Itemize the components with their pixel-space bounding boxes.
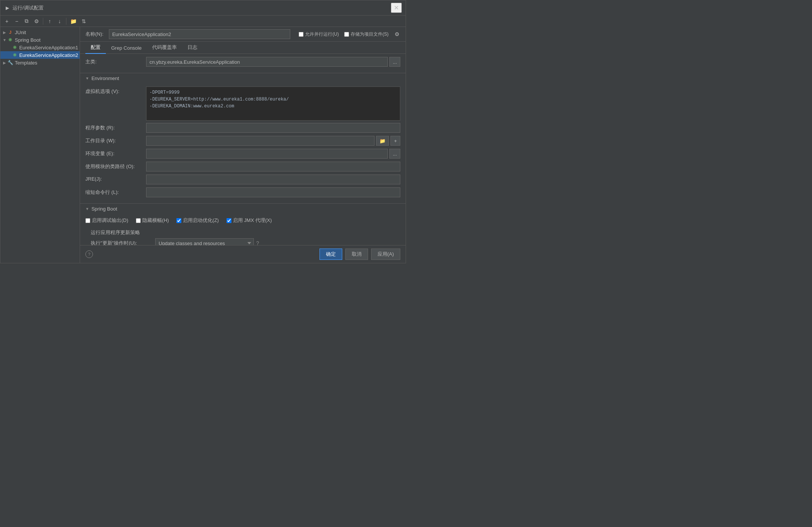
main-class-browse-button[interactable]: ... <box>389 57 400 67</box>
ok-button[interactable]: 确定 <box>319 249 342 260</box>
working-dir-browse-button[interactable]: 📁 <box>376 136 389 146</box>
eureka1-label: EurekaServiceApplication1 <box>19 45 78 50</box>
app-icon: ▶ <box>4 5 10 11</box>
environment-section-header[interactable]: ▼ Environment <box>80 73 406 83</box>
on-update-help-icon[interactable]: ? <box>256 240 259 245</box>
enable-jmx-checkbox-label[interactable]: 启用 JMX 代理(X) <box>227 217 272 224</box>
hide-banner-label: 隐藏横幅(H) <box>142 217 169 224</box>
tab-grep[interactable]: Grep Console <box>106 43 147 54</box>
working-dir-input[interactable] <box>146 136 375 146</box>
spring-boot-section-body: 启用调试输出(D) 隐藏横幅(H) 启用启动优化(Z) 启用 JMX <box>80 214 406 245</box>
working-dir-label: 工作目录 (W): <box>85 136 146 144</box>
dialog-title: 运行/调试配置 <box>13 5 391 11</box>
tabs-bar: 配置 Grep Console 代码覆盖率 日志 <box>80 42 406 54</box>
main-class-row: 主类: ... <box>85 57 400 68</box>
jvm-options-code: -DPORT=9999 -DEUREKA_SERVER=http://www.e… <box>146 87 400 121</box>
tree-item-junit[interactable]: ▶ J JUnit <box>0 28 80 36</box>
spring-icon-eureka2: ❋ <box>12 52 18 58</box>
module-classpath-control <box>146 162 400 171</box>
allow-parallel-checkbox-label[interactable]: 允许并行运行(U) <box>299 31 339 38</box>
store-project-checkbox-label[interactable]: 存储为项目文件(S) <box>344 31 389 38</box>
hide-banner-checkbox[interactable] <box>136 218 141 223</box>
allow-parallel-checkbox[interactable] <box>299 32 304 37</box>
enable-jmx-checkbox[interactable] <box>227 218 231 223</box>
main-class-label: 主类: <box>85 57 146 65</box>
junit-icon: J <box>7 29 13 35</box>
templates-label: Templates <box>15 60 37 66</box>
tree-item-spring-boot[interactable]: ▼ ❋ Spring Boot <box>0 36 80 44</box>
spring-icon-root: ❋ <box>7 37 13 43</box>
enable-debug-checkbox[interactable] <box>85 218 90 223</box>
tree-arrow-spring: ▼ <box>2 38 7 42</box>
jre-input[interactable] <box>146 175 400 184</box>
store-project-label: 存储为项目文件(S) <box>351 31 389 38</box>
env-vars-row: 环境变量 (E): ... <box>85 149 400 159</box>
wrench-icon: 🔧 <box>7 60 13 66</box>
enable-launch-checkbox[interactable] <box>176 218 181 223</box>
store-project-checkbox[interactable] <box>344 32 349 37</box>
shorten-cmd-row: 缩短命令行 (L): <box>85 187 400 198</box>
move-down-button[interactable]: ↓ <box>55 17 64 25</box>
jre-label: JRE(J): <box>85 175 146 182</box>
junit-label: JUnit <box>15 30 26 35</box>
shorten-cmd-input[interactable] <box>146 187 400 197</box>
config-checkboxes: 允许并行运行(U) 存储为项目文件(S) ⚙ <box>299 30 400 38</box>
tree-item-eureka1[interactable]: ▶ ❋ EurekaServiceApplication1 <box>0 44 80 51</box>
on-update-select-wrap: Update classes and resources Do nothing … <box>155 238 259 245</box>
enable-debug-checkbox-label[interactable]: 启用调试输出(D) <box>85 217 128 224</box>
sort-button[interactable]: ⇅ <box>80 17 88 25</box>
right-panel: 名称(N): 允许并行运行(U) 存储为项目文件(S) ⚙ 配置 <box>80 27 406 263</box>
jre-control <box>146 175 400 184</box>
header-gear-button[interactable]: ⚙ <box>394 30 400 38</box>
tab-config[interactable]: 配置 <box>85 42 106 54</box>
working-dir-macro-button[interactable]: + <box>390 136 400 146</box>
remove-config-button[interactable]: − <box>13 17 21 25</box>
program-args-label: 程序参数 (R): <box>85 123 146 131</box>
jre-row: JRE(J): <box>85 175 400 185</box>
allow-parallel-label: 允许并行运行(U) <box>305 31 339 38</box>
jvm-line-3: -DEUREKA_DOMAIN:www.eureka2.com <box>149 103 397 110</box>
jvm-options-label: 虚拟机选项 (V): <box>85 87 146 95</box>
tree-item-eureka2[interactable]: ▶ ❋ EurekaServiceApplication2 <box>0 51 80 59</box>
main-class-input[interactable] <box>146 57 388 67</box>
main-class-section: 主类: ... <box>80 54 406 73</box>
settings-button[interactable]: ⚙ <box>32 17 41 25</box>
spring-icon-eureka1: ❋ <box>12 44 18 50</box>
config-header: 名称(N): 允许并行运行(U) 存储为项目文件(S) ⚙ <box>80 27 406 42</box>
add-config-button[interactable]: + <box>3 17 11 25</box>
environment-section-body: 虚拟机选项 (V): -DPORT=9999 -DEUREKA_SERVER=h… <box>80 83 406 203</box>
tab-log[interactable]: 日志 <box>182 42 203 54</box>
eureka2-label: EurekaServiceApplication2 <box>19 52 78 58</box>
shorten-cmd-label: 缩短命令行 (L): <box>85 187 146 196</box>
env-vars-browse-button[interactable]: ... <box>389 149 400 159</box>
working-dir-row: 工作目录 (W): 📁 + <box>85 136 400 146</box>
left-panel: ▶ J JUnit ▼ ❋ Spring Boot ▶ ❋ EurekaServ… <box>0 27 80 263</box>
enable-debug-label: 启用调试输出(D) <box>92 217 128 224</box>
toolbar-separator-2 <box>66 18 66 25</box>
cancel-button[interactable]: 取消 <box>345 249 368 260</box>
config-name-input[interactable] <box>109 29 291 39</box>
copy-config-button[interactable]: ⧉ <box>22 17 31 25</box>
jvm-options-control: -DPORT=9999 -DEUREKA_SERVER=http://www.e… <box>146 87 400 121</box>
tree-item-templates[interactable]: ▶ 🔧 Templates <box>0 59 80 66</box>
env-vars-input[interactable] <box>146 149 388 159</box>
env-vars-control: ... <box>146 149 400 159</box>
hide-banner-checkbox-label[interactable]: 隐藏横幅(H) <box>136 217 169 224</box>
help-button[interactable]: ? <box>85 250 93 258</box>
module-classpath-input[interactable] <box>146 162 400 171</box>
program-args-input[interactable] <box>146 123 400 133</box>
move-up-button[interactable]: ↑ <box>46 17 54 25</box>
spring-boot-section-header[interactable]: ▼ Spring Boot <box>80 203 406 214</box>
tab-coverage[interactable]: 代码覆盖率 <box>147 42 182 54</box>
on-update-select[interactable]: Update classes and resources Do nothing … <box>155 238 254 245</box>
apply-button[interactable]: 应用(A) <box>371 249 400 260</box>
close-button[interactable]: ✕ <box>391 3 402 13</box>
module-classpath-row: 使用模块的类路径 (O): <box>85 162 400 172</box>
folder-button[interactable]: 📁 <box>69 17 78 25</box>
footer-bar: ? 确定 取消 应用(A) <box>80 245 406 263</box>
spring-boot-label: Spring Boot <box>15 37 41 43</box>
enable-launch-checkbox-label[interactable]: 启用启动优化(Z) <box>176 217 219 224</box>
title-bar: ▶ 运行/调试配置 ✕ <box>0 0 406 16</box>
update-strategy-section: 运行应用程序更新策略 执行"更新"操作时(U): Update classes … <box>85 228 400 245</box>
spring-boot-arrow: ▼ <box>85 207 89 211</box>
